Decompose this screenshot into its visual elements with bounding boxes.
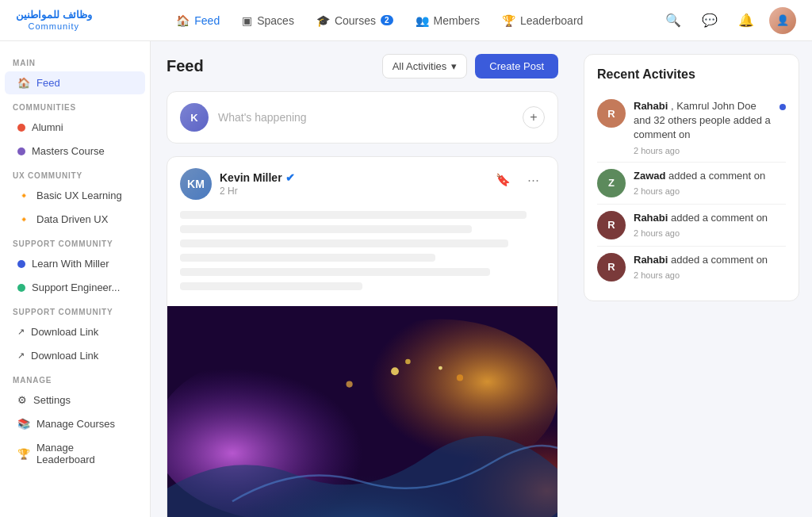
activity-item-2: Z Zawad added a comment on 2 hours ago — [597, 163, 786, 205]
svg-point-8 — [439, 366, 442, 370]
sidebar-item-learn-miller[interactable]: Learn With Miller — [5, 252, 145, 275]
members-icon: 👥 — [416, 14, 429, 27]
bookmark-button[interactable]: 🔖 — [491, 168, 515, 192]
nav-courses[interactable]: 🎓 Courses 2 — [307, 10, 403, 32]
nav-spaces[interactable]: ▣ Spaces — [232, 10, 304, 32]
activity-item-4: R Rahabi added a comment on 2 hours ago — [597, 247, 786, 288]
sidebar-data-ux-label: Data Driven UX — [36, 213, 108, 225]
spaces-icon: ▣ — [242, 14, 252, 27]
learn-miller-dot — [17, 260, 25, 268]
nav-members[interactable]: 👥 Members — [406, 10, 489, 32]
feed-header: Feed All Activities ▾ Create Post — [167, 54, 558, 79]
sidebar-masters-label: Masters Course — [32, 145, 105, 157]
activity-time-3: 2 hours ago — [634, 228, 786, 238]
chevron-down-icon: ▾ — [451, 60, 457, 72]
more-options-button[interactable]: ⋯ — [521, 168, 545, 192]
activity-content-2: Zawad added a comment on 2 hours ago — [634, 169, 786, 196]
logo-arabic-text: وظائف للمواطنين — [16, 10, 92, 21]
skeleton-line-1 — [180, 211, 527, 219]
sidebar-communities-label: COMMUNITIES — [0, 95, 150, 115]
svg-point-5 — [391, 367, 399, 375]
sidebar-item-manage-leaderboard[interactable]: 🏆 Manage Leaderboard — [5, 436, 145, 471]
nav-courses-label: Courses — [335, 14, 376, 27]
feed-icon: 🏠 — [17, 77, 30, 89]
create-post-button[interactable]: Create Post — [475, 54, 558, 79]
filter-button[interactable]: All Activities ▾ — [382, 54, 468, 79]
sidebar-ux-label: UX COMMUNITY — [0, 163, 150, 183]
sidebar-item-manage-courses[interactable]: 📚 Manage Courses — [5, 412, 145, 435]
sidebar-manage-label: MANAGE — [0, 368, 150, 388]
body: MAIN 🏠 Feed COMMUNITIES Alumni Masters C… — [0, 41, 812, 517]
activity-card: Recent Activites R Rahabi , Kamrul John … — [584, 54, 799, 301]
sidebar-manage-leaderboard-label: Manage Leaderboard — [36, 442, 132, 465]
sidebar-manage-courses-label: Manage Courses — [36, 418, 115, 430]
notifications-button[interactable]: 🔔 — [733, 7, 760, 34]
activity-action-3: added a comment on — [671, 212, 768, 224]
avatar-icon: 👤 — [776, 14, 789, 26]
leaderboard-icon: 🏆 — [502, 14, 515, 27]
messages-button[interactable]: 💬 — [696, 7, 723, 34]
activity-time-2: 2 hours ago — [634, 186, 786, 196]
svg-point-6 — [405, 359, 411, 365]
skeleton-line-2 — [180, 225, 472, 233]
author-avatar-initials: KM — [187, 178, 205, 190]
activity-item-1: R Rahabi , Kamrul John Doe and 32 others… — [597, 93, 786, 163]
nav-links: 🏠 Feed ▣ Spaces 🎓 Courses 2 👥 Members 🏆 … — [119, 10, 641, 32]
post-composer: K What's happening + — [167, 91, 558, 144]
activity-avatar-2: Z — [597, 169, 626, 197]
search-button[interactable]: 🔍 — [660, 7, 687, 34]
sidebar-basic-ux-label: Basic UX Learning — [36, 190, 122, 201]
sidebar-item-support-engineer[interactable]: Support Engineer... — [5, 276, 145, 299]
activity-name-4: Rahabi — [634, 254, 668, 266]
activity-text-2: Zawad added a comment on — [634, 169, 786, 183]
sidebar-download-2-label: Download Link — [31, 350, 98, 362]
activity-action-2: added a comment on — [668, 170, 765, 182]
activity-time-4: 2 hours ago — [634, 270, 786, 280]
sidebar-item-masters-course[interactable]: Masters Course — [5, 140, 145, 163]
sidebar-support-eng-label: Support Engineer... — [32, 281, 120, 293]
manage-leaderboard-icon: 🏆 — [17, 448, 30, 460]
activity-name-2: Zawad — [634, 170, 665, 182]
manage-courses-icon: 📚 — [17, 418, 30, 430]
data-driven-icon: 🔸 — [17, 213, 30, 225]
sidebar-item-basic-ux[interactable]: 🔸 Basic UX Learning — [5, 184, 145, 207]
sidebar-item-download-1[interactable]: ↗ Download Link — [5, 320, 145, 343]
post-author-avatar: KM — [180, 168, 212, 200]
activity-action-4: added a comment on — [671, 254, 768, 266]
post-header: KM Kevin Miller ✔ 2 Hr 🔖 ⋯ — [167, 157, 557, 208]
activity-text-3: Rahabi added a comment on — [634, 211, 786, 225]
composer-placeholder[interactable]: What's happening — [218, 111, 513, 124]
sidebar-feed-label: Feed — [36, 77, 60, 89]
nav-feed[interactable]: 🏠 Feed — [167, 10, 229, 32]
top-navigation: وظائف للمواطنين Community 🏠 Feed ▣ Space… — [0, 0, 812, 41]
activity-avatar-1: R — [597, 99, 626, 128]
author-name: Kevin Miller — [220, 171, 282, 184]
settings-icon: ⚙ — [17, 394, 27, 406]
sidebar-download-1-label: Download Link — [31, 326, 98, 338]
home-icon: 🏠 — [176, 14, 190, 27]
skeleton-line-3 — [180, 239, 508, 247]
activity-avatar-initial-1: R — [607, 108, 615, 120]
sidebar-item-data-driven-ux[interactable]: 🔸 Data Driven UX — [5, 208, 145, 231]
activity-content-3: Rahabi added a comment on 2 hours ago — [634, 211, 786, 238]
activity-name-1: Rahabi — [634, 100, 668, 112]
sidebar-alumni-label: Alumni — [32, 121, 63, 133]
sidebar-item-download-2[interactable]: ↗ Download Link — [5, 344, 145, 367]
activity-new-dot-1 — [779, 104, 786, 110]
masters-dot — [17, 147, 25, 155]
sidebar-item-alumni[interactable]: Alumni — [5, 116, 145, 139]
user-avatar[interactable]: 👤 — [769, 7, 796, 34]
activity-content-1: Rahabi , Kamrul John Doe and 32 others p… — [634, 99, 772, 155]
add-post-button[interactable]: + — [523, 106, 545, 128]
activity-name-3: Rahabi — [634, 212, 668, 224]
post-content-skeleton — [167, 208, 557, 306]
post-action-buttons: 🔖 ⋯ — [491, 168, 545, 192]
activity-text-4: Rahabi added a comment on — [634, 253, 786, 267]
alumni-dot — [17, 124, 25, 132]
sidebar-item-feed[interactable]: 🏠 Feed — [5, 71, 145, 94]
nav-leaderboard[interactable]: 🏆 Leaderboard — [492, 10, 592, 32]
verified-badge-icon: ✔ — [285, 171, 295, 184]
activity-content-4: Rahabi added a comment on 2 hours ago — [634, 253, 786, 280]
sidebar-item-settings[interactable]: ⚙ Settings — [5, 389, 145, 412]
courses-badge: 2 — [381, 15, 393, 25]
